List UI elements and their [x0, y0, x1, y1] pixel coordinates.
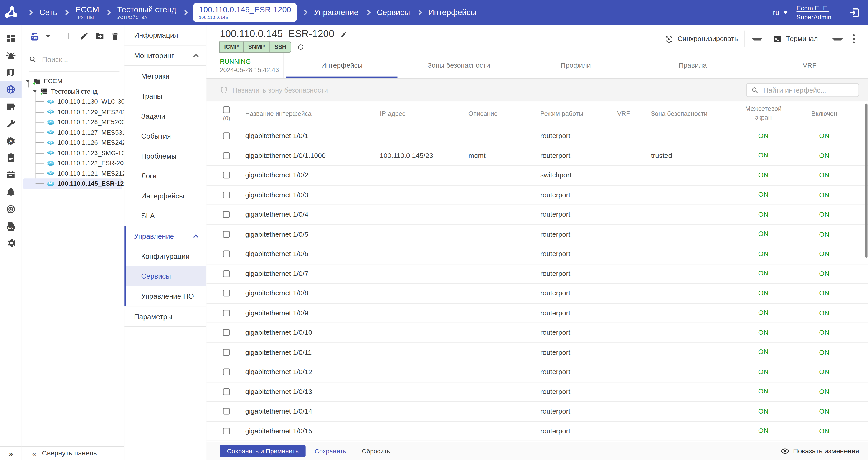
- row-checkbox[interactable]: [223, 172, 229, 179]
- breadcrumb-item[interactable]: Сеть: [22, 6, 58, 19]
- refresh-protocols-icon[interactable]: [297, 43, 305, 51]
- sidebar-item-planner[interactable]: [0, 167, 22, 184]
- menu-item-management-child[interactable]: Сервисы: [126, 266, 206, 286]
- table-row[interactable]: gigabitethernet 1/0/2 switchport ON ON: [207, 166, 868, 185]
- row-checkbox[interactable]: [223, 231, 229, 238]
- breadcrumb-item[interactable]: Тестовый стенд УСТРОЙСТВА: [100, 2, 177, 22]
- tree-device-item[interactable]: 100.110.1.121_MES212...: [23, 168, 122, 178]
- menu-item-information[interactable]: Информация: [124, 25, 206, 45]
- tree-device-item[interactable]: 100.110.1.129_MES242...: [23, 107, 122, 117]
- row-checkbox[interactable]: [223, 270, 229, 277]
- more-options-icon[interactable]: [853, 38, 855, 40]
- tree-device-item[interactable]: 100.110.0.145_ESR-12...: [23, 178, 122, 189]
- menu-section-management[interactable]: Управление: [126, 226, 206, 246]
- logout-icon[interactable]: [848, 6, 860, 19]
- tab[interactable]: Зоны безопасности: [400, 53, 517, 78]
- breadcrumb-item[interactable]: Управление: [297, 6, 360, 19]
- table-row[interactable]: gigabitethernet 1/0/9 routerport ON ON: [207, 304, 868, 323]
- menu-item-monitoring-child[interactable]: Проблемы: [124, 146, 206, 166]
- table-row[interactable]: gigabitethernet 1/0/5 routerport ON ON: [207, 225, 868, 244]
- menu-item-monitoring-child[interactable]: Задачи: [124, 106, 206, 126]
- tree-device-item[interactable]: 100.110.1.130_WLC-30: [23, 96, 122, 107]
- table-row[interactable]: gigabitethernet 1/0/1.1000 100.110.0.145…: [207, 146, 868, 166]
- tree-device-item[interactable]: 100.110.1.123_SMG-10...: [23, 148, 122, 158]
- breadcrumb-item[interactable]: 100.110.0.145_ESR-1200 100.110.0.145: [177, 2, 297, 22]
- tree-device-item[interactable]: 100.110.1.126_MES242...: [23, 137, 122, 148]
- table-row[interactable]: gigabitethernet 1/0/12 routerport ON ON: [207, 363, 868, 382]
- breadcrumb-item[interactable]: Сервисы: [360, 6, 411, 19]
- tree-node-group[interactable]: Тестовый стенд: [22, 86, 124, 96]
- sidebar-item-inventory[interactable]: [0, 98, 22, 115]
- move-node-button[interactable]: [95, 31, 105, 41]
- menu-item-monitoring-child[interactable]: Интерфейсы: [124, 186, 206, 206]
- terminal-dropdown-icon[interactable]: [832, 37, 843, 40]
- row-checkbox[interactable]: [223, 310, 229, 316]
- edit-node-button[interactable]: [79, 31, 89, 41]
- sidebar-item-tracking[interactable]: [0, 201, 22, 218]
- reset-button[interactable]: Сбросить: [356, 445, 396, 457]
- tab[interactable]: Профили: [517, 53, 634, 78]
- show-changes-button[interactable]: Показать изменения: [780, 447, 859, 456]
- menu-item-monitoring-child[interactable]: Логи: [124, 166, 206, 186]
- sidebar-item-network[interactable]: [0, 81, 22, 98]
- tree-device-item[interactable]: 100.110.1.127_MES531...: [23, 127, 122, 137]
- row-checkbox[interactable]: [223, 211, 229, 218]
- table-row[interactable]: gigabitethernet 1/0/7 routerport ON ON: [207, 264, 868, 284]
- auto-refresh-interval-button[interactable]: [29, 30, 40, 42]
- table-row[interactable]: gigabitethernet 1/0/1 routerport ON ON: [207, 126, 868, 146]
- sidebar-item-notifications[interactable]: [0, 184, 22, 201]
- collapse-caret-icon[interactable]: [26, 80, 30, 83]
- row-checkbox[interactable]: [223, 251, 229, 257]
- table-row[interactable]: gigabitethernet 1/0/6 routerport ON ON: [207, 245, 868, 264]
- save-button[interactable]: Сохранить: [309, 445, 352, 457]
- row-checkbox[interactable]: [223, 408, 229, 415]
- sidebar-item-dashboard[interactable]: [0, 30, 22, 47]
- select-all-checkbox[interactable]: [223, 106, 229, 113]
- table-row[interactable]: gigabitethernet 1/0/3 routerport ON ON: [207, 185, 868, 205]
- menu-item-monitoring-child[interactable]: Метрики: [124, 66, 206, 86]
- tree-search-input[interactable]: [41, 55, 120, 64]
- tab[interactable]: VRF: [751, 53, 868, 78]
- refresh-interval-dropdown-icon[interactable]: [46, 35, 50, 37]
- menu-item-management-child[interactable]: Управление ПО: [126, 286, 206, 306]
- tree-node-root[interactable]: ECCM: [22, 76, 124, 86]
- menu-item-monitoring-child[interactable]: События: [124, 126, 206, 146]
- row-checkbox[interactable]: [223, 133, 229, 139]
- tree-device-item[interactable]: 100.110.1.128_ME5200: [23, 117, 122, 127]
- collapse-caret-icon[interactable]: [33, 90, 37, 93]
- tab[interactable]: Интерфейсы: [283, 53, 400, 78]
- collapse-panel-button[interactable]: « Свернуть панель: [22, 446, 124, 460]
- sidebar-item-tools[interactable]: [0, 115, 22, 133]
- terminal-button[interactable]: Терминал: [773, 34, 818, 44]
- row-checkbox[interactable]: [223, 369, 229, 375]
- language-selector[interactable]: ru: [773, 8, 788, 17]
- row-checkbox[interactable]: [223, 329, 229, 336]
- menu-item-management-child[interactable]: Конфигурации: [126, 246, 206, 266]
- tab[interactable]: Правила: [634, 53, 751, 78]
- row-checkbox[interactable]: [223, 192, 229, 198]
- row-checkbox[interactable]: [223, 428, 229, 434]
- table-row[interactable]: gigabitethernet 1/0/8 routerport ON ON: [207, 284, 868, 303]
- add-node-button[interactable]: [64, 31, 74, 41]
- app-logo[interactable]: [0, 0, 22, 25]
- tree-device-item[interactable]: 100.110.1.122_ESR-200: [23, 158, 122, 168]
- row-checkbox[interactable]: [223, 388, 229, 395]
- table-row[interactable]: gigabitethernet 1/0/15 routerport ON ON: [207, 422, 868, 441]
- menu-item-monitoring-child[interactable]: SLA: [124, 205, 206, 226]
- sync-dropdown-icon[interactable]: [752, 37, 763, 40]
- synchronize-button[interactable]: Синхронизировать: [664, 34, 738, 44]
- table-row[interactable]: gigabitethernet 1/0/14 routerport ON ON: [207, 402, 868, 421]
- table-row[interactable]: gigabitethernet 1/0/13 routerport ON ON: [207, 382, 868, 402]
- breadcrumb-item[interactable]: ECCM ГРУППЫ: [58, 2, 100, 22]
- expand-rail-button[interactable]: »: [0, 446, 22, 460]
- menu-section-monitoring[interactable]: Мониторинг: [124, 45, 206, 65]
- sidebar-item-quality[interactable]: [0, 133, 22, 149]
- sidebar-item-map[interactable]: [0, 64, 22, 81]
- table-row[interactable]: gigabitethernet 1/0/11 routerport ON ON: [207, 343, 868, 362]
- user-menu[interactable]: Eccm E. E. SuperAdmin: [796, 4, 831, 21]
- vertical-scrollbar[interactable]: [865, 104, 868, 258]
- table-row[interactable]: gigabitethernet 1/0/10 routerport ON ON: [207, 323, 868, 343]
- delete-node-button[interactable]: [110, 31, 120, 41]
- edit-device-icon[interactable]: [340, 30, 347, 38]
- row-checkbox[interactable]: [223, 152, 229, 159]
